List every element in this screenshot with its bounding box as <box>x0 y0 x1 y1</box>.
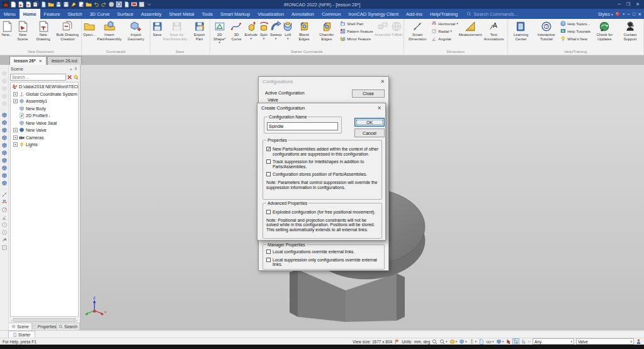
tree-item-new-valve-seat[interactable]: New Valve Seat <box>11 120 78 127</box>
ribbon-button-pattern-feature[interactable]: Pattern Feature <box>340 28 373 34</box>
menu-tab-add-ins[interactable]: Add-Ins <box>402 9 426 19</box>
active-style-icon[interactable] <box>615 11 620 16</box>
document-tab-lesson-26[interactable]: lesson 26*✕ <box>9 56 47 65</box>
selection-filter-select[interactable]: Any▾ <box>533 338 574 345</box>
ribbon-button-spin[interactable]: Spin▾ <box>257 20 269 40</box>
view-cube-blue-icon[interactable] <box>1 112 8 118</box>
ribbon-button-export-part[interactable]: Export Part <box>190 20 209 41</box>
scroll-thumb[interactable] <box>13 318 76 322</box>
horizontal-scrollbar[interactable]: ‹ › <box>10 317 79 323</box>
ribbon-button-blend-edges[interactable]: Blend Edges <box>294 20 314 41</box>
ribbon-button-import-geometry[interactable]: Import Geometry <box>123 20 149 41</box>
ribbon-button-radial[interactable]: Radial▾ <box>431 28 458 34</box>
ribbon-button-angular[interactable]: Angular <box>431 36 458 42</box>
ribbon-button-loft[interactable]: Loft▾ <box>282 20 294 40</box>
tree-item-global-coordinate-system[interactable]: +Global Coordinate System <box>11 91 78 98</box>
save-icon[interactable] <box>55 1 62 8</box>
view-cube-blue-icon[interactable] <box>1 142 8 149</box>
radial-dim-icon[interactable] <box>1 207 8 213</box>
ribbon-button-learning-center[interactable]: Learning Center <box>509 20 534 41</box>
ribbon-button-mirror-feature[interactable]: Mirror Feature <box>340 36 373 42</box>
ribbon-button-save[interactable]: Save <box>151 20 164 37</box>
document-tab-lesson-26-icd[interactable]: lesson 26.icd <box>47 56 82 65</box>
status-tool-view-cube-blue[interactable]: ▾ <box>496 339 504 345</box>
panel-tab-search[interactable]: Search <box>57 323 80 330</box>
menu-tab-sketch[interactable]: Sketch <box>64 9 86 19</box>
triball-icon[interactable] <box>108 1 115 8</box>
ribbon-minimize-button[interactable]: ─ <box>627 12 630 16</box>
tree-expander-icon[interactable]: + <box>13 135 18 140</box>
ribbon-button-interactive-tutorial[interactable]: ?Interactive Tutorial <box>533 20 559 41</box>
tree-item-new-valve[interactable]: +New Valve <box>11 127 78 134</box>
save-as-icon[interactable] <box>63 1 69 8</box>
ribbon-restore-button[interactable]: □ <box>633 12 635 16</box>
ribbon-button-extrude[interactable]: Extrude▾ <box>244 20 257 40</box>
clipboard-add-icon[interactable] <box>78 1 84 8</box>
tree-item-cameras[interactable]: +Cameras <box>11 134 78 142</box>
configuration-name-input[interactable] <box>267 122 338 130</box>
menu-tab-help-training[interactable]: Help/Training <box>426 9 461 19</box>
clock-icon[interactable] <box>1 222 8 228</box>
status-tool-anchor[interactable]: ▾ <box>469 339 477 345</box>
command-list-icon[interactable] <box>138 1 145 8</box>
scroll-left-icon[interactable]: ‹ <box>11 318 13 322</box>
ribbon-button-chamfer-edges[interactable]: Chamfer Edges <box>314 20 339 41</box>
status-tool-zoom-in[interactable]: ▾ <box>439 339 448 345</box>
ribbon-button-check-for-updates[interactable]: Check for Updates <box>592 20 618 41</box>
clock-icon[interactable] <box>1 229 8 236</box>
tree-expander-icon[interactable]: + <box>13 142 18 147</box>
styles-caret-icon[interactable]: ▾ <box>623 12 624 16</box>
checkbox[interactable] <box>266 210 271 214</box>
scene-search-input[interactable] <box>10 74 66 81</box>
select-tool-caret-icon[interactable]: ▷ <box>528 340 531 343</box>
view-cube-blue-icon[interactable] <box>1 135 8 141</box>
page-blue-icon[interactable] <box>40 1 47 8</box>
qat-more-icon[interactable] <box>146 1 152 8</box>
view-cube-blue-icon[interactable] <box>1 165 8 171</box>
ribbon-button-what-s-new[interactable]: What's New <box>560 36 590 42</box>
menu-tab-3d-curve[interactable]: 3D Curve <box>86 9 113 19</box>
tree-item-assembly1[interactable]: +Assembly1 <box>11 98 78 105</box>
open-icon[interactable] <box>86 1 92 8</box>
ribbon-button-insert-part-assembly[interactable]: Insert Part/Assembly <box>96 20 122 41</box>
smart-dimension-icon[interactable] <box>1 192 8 198</box>
status-tool-render-blue[interactable]: ▾ <box>459 339 467 345</box>
configurations-close-icon[interactable]: ✕ <box>380 79 385 84</box>
scroll-right-icon[interactable]: › <box>76 318 77 322</box>
restore-button[interactable]: ❐ <box>626 2 630 7</box>
ribbon-button-text-annotations[interactable]: AText Annotations <box>481 20 506 41</box>
panel-tab-properties[interactable]: Properties <box>32 323 57 330</box>
checkbox[interactable] <box>266 172 271 176</box>
cancel-button[interactable]: Cancel <box>354 129 385 137</box>
ribbon-button-2d-shape[interactable]: 2D Shape*▾ <box>211 20 229 44</box>
paint-render-icon[interactable] <box>71 1 77 8</box>
minimize-button[interactable]: ─ <box>618 2 621 7</box>
menu-tab-visualization[interactable]: Visualization <box>254 9 288 19</box>
new-scene-icon[interactable] <box>18 1 24 8</box>
ribbon-button-open[interactable]: Open... <box>82 20 96 37</box>
ribbon-close-button[interactable]: ✕ <box>638 12 641 16</box>
status-tool-cursor-red[interactable] <box>506 339 511 345</box>
menu-tab-common[interactable]: Common <box>318 9 344 19</box>
configuration-select[interactable]: Valve▾ <box>576 338 634 345</box>
tree-item-d-data-2018-new-word-tech-ne[interactable]: D:\data\2018 NEW\Word\TECH-NE <box>11 83 78 91</box>
styles-button[interactable]: Styles ▾ <box>598 12 613 16</box>
status-tool-zoom-in[interactable] <box>432 339 438 345</box>
menu-tab-menu[interactable]: Menu <box>0 9 20 19</box>
configurations-close-button[interactable]: Close <box>352 89 385 98</box>
ribbon-button-horizontal[interactable]: Horizontal▾ <box>431 21 458 26</box>
tree-expander-icon[interactable]: + <box>13 99 18 103</box>
screen-capture-icon[interactable] <box>131 1 137 8</box>
tree-item-lights[interactable]: +Lights <box>11 141 78 149</box>
horizontal-dim-icon[interactable] <box>1 199 8 205</box>
status-tool-render-yellow[interactable]: ▾ <box>449 339 458 345</box>
redo-icon[interactable] <box>101 1 107 8</box>
status-tool-page-blue[interactable] <box>478 339 484 345</box>
app-logo-icon[interactable] <box>3 1 9 8</box>
angular-dim-icon[interactable] <box>1 214 8 220</box>
status-tool-cursor2[interactable] <box>521 339 526 345</box>
menu-tab-tools[interactable]: Tools <box>198 9 217 19</box>
tree-item-2d-profile9[interactable]: 2D Profile9 - <box>11 112 78 120</box>
menu-tab-home[interactable]: Home <box>20 9 40 19</box>
new-document-icon[interactable] <box>10 1 16 8</box>
